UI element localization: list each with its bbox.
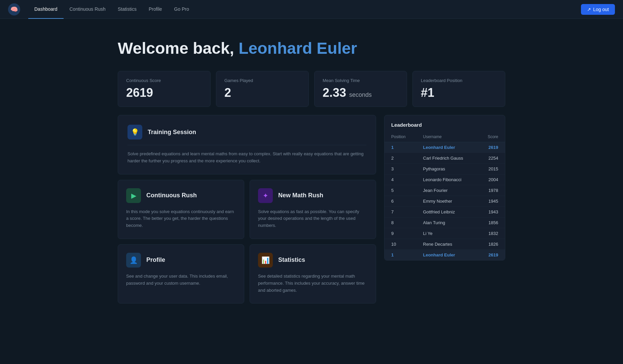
logout-button[interactable]: ↗ Log out — [581, 4, 615, 15]
welcome-heading: Welcome back, Leonhard Euler — [118, 39, 505, 57]
stat-value-1: 2 — [224, 86, 300, 100]
stat-solving-time: Mean Solving Time 2.33 seconds — [314, 71, 407, 107]
leaderboard-row: 6Emmy Noether1945 — [384, 196, 505, 207]
mode-profile[interactable]: 👤 Profile See and change your user data.… — [118, 244, 244, 304]
welcome-username: Leonhard Euler — [239, 39, 357, 57]
stat-value-0: 2619 — [126, 86, 202, 100]
stat-label-2: Mean Solving Time — [323, 78, 399, 83]
stat-value-2: 2.33 seconds — [323, 86, 399, 100]
mode-continuous-rush[interactable]: ▶ Continuous Rush In this mode you solve… — [118, 180, 244, 239]
navbar: 🧠 Dashboard Continuous Rush Statistics P… — [0, 0, 623, 19]
nav-go-pro[interactable]: Go Pro — [168, 0, 195, 19]
training-description: Solve predefined equations and learn men… — [127, 151, 366, 165]
stat-label-3: Leaderboard Position — [421, 78, 497, 83]
stat-label-0: Continuous Score — [126, 78, 202, 83]
mode-1-header: ✦ New Math Rush — [258, 188, 368, 203]
mode-0-desc: In this mode you solve equations continu… — [126, 208, 236, 229]
mode-2-icon: 👤 — [126, 253, 141, 268]
logo: 🧠 — [8, 3, 20, 15]
nav-dashboard[interactable]: Dashboard — [28, 0, 64, 19]
col-position: Position — [384, 132, 416, 142]
leaderboard-row: 4Leonardo Fibonacci2004 — [384, 174, 505, 185]
training-card[interactable]: 💡 Training Session Solve predefined equa… — [118, 115, 376, 174]
mode-2-title: Profile — [146, 256, 165, 264]
training-icon: 💡 — [127, 125, 142, 139]
training-header: 💡 Training Session — [127, 125, 366, 139]
mode-2-header: 👤 Profile — [126, 253, 236, 268]
mode-1-desc: Solve equations as fast as possible. You… — [258, 208, 368, 229]
mode-0-title: Continuous Rush — [146, 192, 197, 199]
nav-links: Dashboard Continuous Rush Statistics Pro… — [28, 0, 581, 19]
mode-0-header: ▶ Continuous Rush — [126, 188, 236, 203]
modes-grid: ▶ Continuous Rush In this mode you solve… — [118, 180, 376, 304]
mode-3-desc: See detailed statistics regarding your m… — [258, 273, 368, 294]
leaderboard-title: Leaderboard — [384, 122, 505, 132]
leaderboard-row: 10Rene Decartes1826 — [384, 239, 505, 250]
mode-0-icon: ▶ — [126, 188, 141, 203]
col-username: Username — [416, 132, 478, 142]
nav-statistics[interactable]: Statistics — [112, 0, 143, 19]
welcome-prefix: Welcome back, — [118, 39, 239, 57]
leaderboard-row: 8Alan Turing1856 — [384, 217, 505, 228]
training-title: Training Session — [148, 129, 196, 136]
stat-label-1: Games Played — [224, 78, 300, 83]
left-column: 💡 Training Session Solve predefined equa… — [118, 115, 376, 304]
mode-1-icon: ✦ — [258, 188, 273, 203]
logout-icon: ↗ — [587, 7, 591, 12]
leaderboard-row: 7Gottfried Leibniz1943 — [384, 207, 505, 217]
mode-new-math-rush[interactable]: ✦ New Math Rush Solve equations as fast … — [250, 180, 376, 239]
stats-row: Continuous Score 2619 Games Played 2 Mea… — [118, 71, 505, 107]
stat-value-3: #1 — [421, 86, 497, 100]
leaderboard-row: 1Leonhard Euler2619 — [384, 142, 505, 153]
content-grid: 💡 Training Session Solve predefined equa… — [118, 115, 505, 304]
mode-3-header: 📊 Statistics — [258, 253, 368, 268]
main-content: Welcome back, Leonhard Euler Continuous … — [110, 19, 513, 317]
stat-leaderboard-position: Leaderboard Position #1 — [412, 71, 505, 107]
leaderboard-row: 2Carl Friedrich Gauss2254 — [384, 153, 505, 164]
stat-continuous-score: Continuous Score 2619 — [118, 71, 211, 107]
nav-profile[interactable]: Profile — [143, 0, 168, 19]
mode-1-title: New Math Rush — [278, 192, 323, 199]
leaderboard-row: 3Pythagoras2015 — [384, 164, 505, 174]
nav-continuous-rush[interactable]: Continuous Rush — [64, 0, 112, 19]
mode-statistics[interactable]: 📊 Statistics See detailed statistics reg… — [250, 244, 376, 304]
leaderboard-row: 5Jean Fourier1978 — [384, 185, 505, 196]
col-score: Score — [477, 132, 505, 142]
leaderboard-row: 9Li Ye1832 — [384, 228, 505, 239]
mode-3-icon: 📊 — [258, 253, 273, 268]
leaderboard-header-row: Position Username Score — [384, 132, 505, 142]
mode-2-desc: See and change your user data. This incl… — [126, 273, 236, 287]
leaderboard-body: 1Leonhard Euler26192Carl Friedrich Gauss… — [384, 142, 505, 260]
mode-3-title: Statistics — [278, 256, 305, 264]
leaderboard-current-user-row: 1Leonhard Euler2619 — [384, 250, 505, 260]
leaderboard-card: Leaderboard Position Username Score 1Leo… — [384, 115, 505, 260]
leaderboard-table: Position Username Score 1Leonhard Euler2… — [384, 132, 505, 260]
stat-games-played: Games Played 2 — [216, 71, 309, 107]
training-divider — [127, 145, 366, 145]
